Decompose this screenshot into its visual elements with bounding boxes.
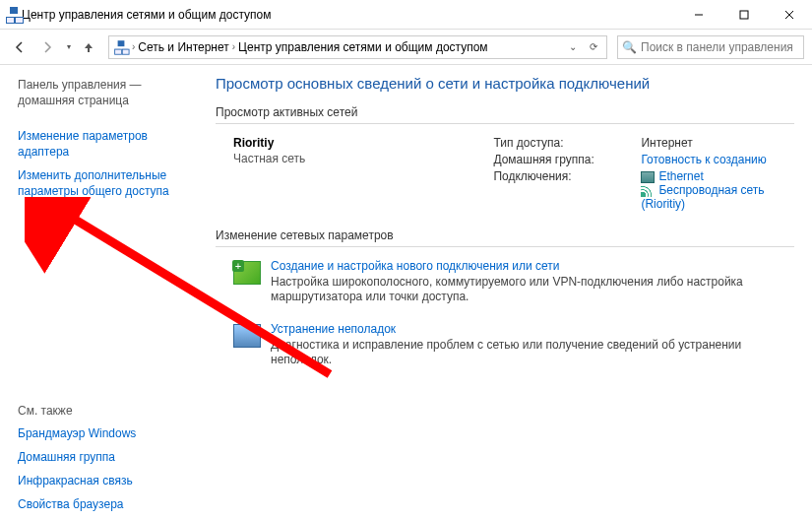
breadcrumb-level1[interactable]: Сеть и Интернет <box>138 40 228 54</box>
chevron-right-icon: › <box>232 41 235 52</box>
window-controls <box>676 0 812 30</box>
active-networks-label: Просмотр активных сетей <box>216 105 794 119</box>
troubleshoot-link[interactable]: Устранение неполадок <box>271 322 794 336</box>
seealso-homegroup[interactable]: Домашняя группа <box>18 449 192 465</box>
body-area: Панель управления — домашняя страница Из… <box>0 65 812 520</box>
sidebar-adapter-link[interactable]: Изменение параметров адаптера <box>18 128 192 160</box>
new-connection-icon <box>233 261 261 285</box>
seealso-firewall[interactable]: Брандмауэр Windows <box>18 425 192 441</box>
sidebar: Панель управления — домашняя страница Из… <box>0 65 202 520</box>
breadcrumb-level2[interactable]: Центр управления сетями и общим доступом <box>238 40 488 54</box>
divider <box>216 123 794 124</box>
history-dropdown[interactable]: ▾ <box>63 35 75 59</box>
address-bar[interactable]: › Сеть и Интернет › Центр управления сет… <box>108 35 607 59</box>
svg-rect-1 <box>740 11 748 19</box>
chevron-right-icon: › <box>132 41 135 52</box>
seealso-label: См. также <box>18 404 192 418</box>
new-connection-row: Создание и настройка нового подключения … <box>233 259 794 304</box>
search-icon: 🔍 <box>622 40 637 54</box>
troubleshoot-icon <box>233 324 261 348</box>
connections-label: Подключения: <box>493 169 641 211</box>
content: Просмотр основных сведений о сети и наст… <box>202 65 812 520</box>
wifi-link[interactable]: Беспроводная сеть (Rioritiy) <box>641 183 764 211</box>
window-title: Центр управления сетями и общим доступом <box>22 8 272 22</box>
network-center-icon <box>6 7 22 23</box>
divider <box>216 246 794 247</box>
navbar: ▾ › Сеть и Интернет › Центр управления с… <box>0 30 812 65</box>
network-identity: Rioritiy Частная сеть <box>233 136 466 211</box>
homegroup-label: Домашняя группа: <box>493 153 641 166</box>
troubleshoot-desc: Диагностика и исправление проблем с сеть… <box>271 338 794 367</box>
ethernet-link[interactable]: Ethernet <box>658 169 703 183</box>
refresh-button[interactable]: ⟳ <box>585 41 602 52</box>
seealso-infrared[interactable]: Инфракрасная связь <box>18 473 192 488</box>
page-heading: Просмотр основных сведений о сети и наст… <box>216 75 794 92</box>
wifi-icon <box>641 185 655 197</box>
connections-list: Ethernet Беспроводная сеть (Rioritiy) <box>641 169 794 211</box>
sidebar-advanced-sharing-link[interactable]: Изменить дополнительные параметры общего… <box>18 167 192 199</box>
seealso-browser[interactable]: Свойства браузера <box>18 496 192 512</box>
titlebar: Центр управления сетями и общим доступом <box>0 0 812 30</box>
active-network-row: Rioritiy Частная сеть Тип доступа: Интер… <box>233 136 794 211</box>
search-placeholder: Поиск в панели управления <box>641 40 793 54</box>
maximize-button[interactable] <box>721 0 767 30</box>
minimize-button[interactable] <box>676 0 721 30</box>
access-label: Тип доступа: <box>493 136 641 150</box>
sidebar-seealso: См. также Брандмауэр Windows Домашняя гр… <box>18 404 192 512</box>
close-button[interactable] <box>767 0 812 30</box>
forward-button[interactable] <box>35 35 59 59</box>
network-details: Тип доступа: Интернет Домашняя группа: Г… <box>493 136 794 211</box>
back-button[interactable] <box>8 35 31 59</box>
new-connection-link[interactable]: Создание и настройка нового подключения … <box>271 259 794 273</box>
homegroup-link[interactable]: Готовность к созданию <box>641 153 794 166</box>
change-settings-label: Изменение сетевых параметров <box>216 228 794 242</box>
ethernet-icon <box>641 171 655 183</box>
sidebar-home-link[interactable]: Панель управления — домашняя страница <box>18 77 192 108</box>
network-name: Rioritiy <box>233 136 466 150</box>
new-connection-desc: Настройка широкополосного, коммутируемог… <box>271 275 794 304</box>
network-type: Частная сеть <box>233 152 466 165</box>
address-dropdown[interactable]: ⌄ <box>564 41 582 52</box>
troubleshoot-row: Устранение неполадок Диагностика и испра… <box>233 322 794 367</box>
search-box[interactable]: 🔍 Поиск в панели управления <box>617 35 804 59</box>
up-button[interactable] <box>79 35 98 59</box>
address-icon <box>114 40 128 54</box>
access-value: Интернет <box>641 136 794 150</box>
